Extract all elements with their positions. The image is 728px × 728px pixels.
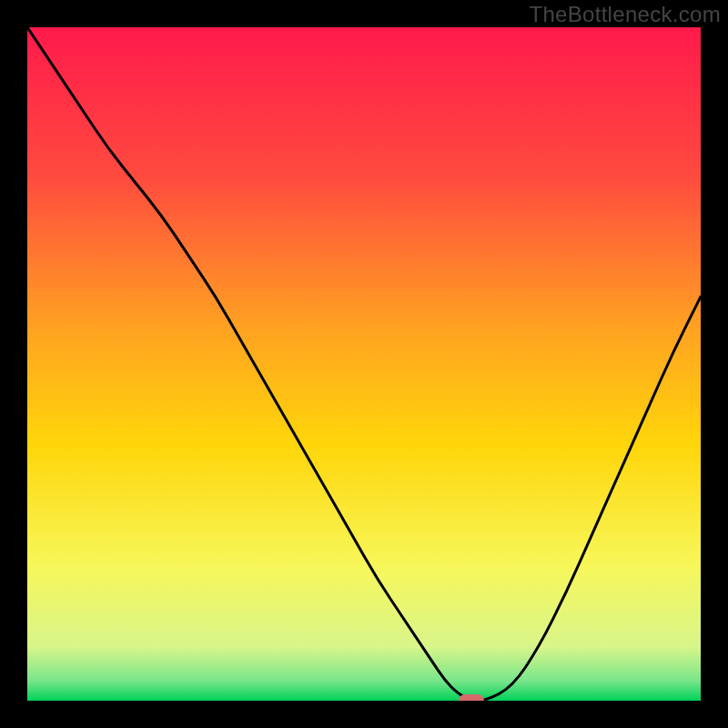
chart-frame: TheBottleneck.com xyxy=(0,0,728,728)
watermark-text: TheBottleneck.com xyxy=(529,2,721,27)
optimal-marker xyxy=(459,694,484,701)
gradient-background xyxy=(27,27,701,701)
chart-svg xyxy=(27,27,701,701)
plot-area xyxy=(27,27,701,701)
